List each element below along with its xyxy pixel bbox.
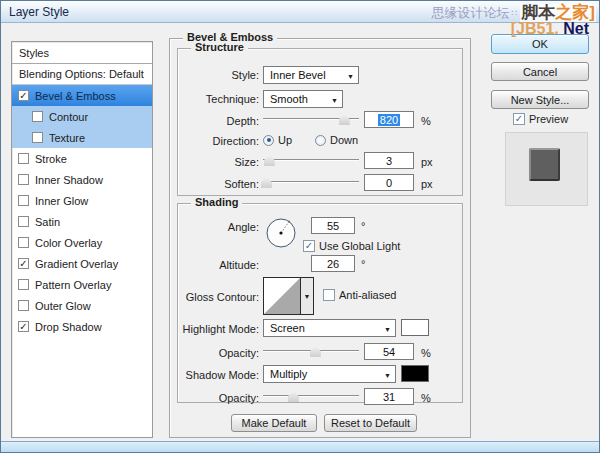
highlight-opacity-input[interactable]: 54 <box>364 343 414 360</box>
checkbox-drop-shadow[interactable] <box>18 321 29 332</box>
style-item-pattern-overlay[interactable]: Pattern Overlay <box>12 274 152 295</box>
soften-slider[interactable] <box>263 176 359 188</box>
style-item-color-overlay[interactable]: Color Overlay <box>12 232 152 253</box>
layer-style-dialog: Layer Style 思缘设计论坛 ∷ 脚本之家] [JB51. Net St… <box>0 0 600 453</box>
anti-aliased-checkbox[interactable]: Anti-aliased <box>323 289 396 301</box>
direction-label: Direction: <box>173 135 259 147</box>
window-bottom-frame <box>1 441 599 453</box>
style-item-outer-glow[interactable]: Outer Glow <box>12 295 152 316</box>
blending-options-item[interactable]: Blending Options: Default <box>12 64 152 85</box>
soften-slider-thumb[interactable] <box>261 177 272 188</box>
depth-slider-thumb[interactable] <box>339 114 350 125</box>
size-label: Size: <box>173 156 259 168</box>
checkbox-outer-glow[interactable] <box>18 300 29 311</box>
checkbox-inner-shadow[interactable] <box>18 174 29 185</box>
depth-label: Depth: <box>173 115 259 127</box>
watermark-net: Net <box>559 20 589 37</box>
style-item-texture[interactable]: Texture <box>12 127 152 148</box>
soften-input[interactable]: 0 <box>364 174 414 191</box>
checkbox-bevel-emboss[interactable] <box>18 90 29 101</box>
size-unit: px <box>421 156 433 168</box>
gloss-contour-label: Gloss Contour: <box>173 291 259 303</box>
size-slider-thumb[interactable] <box>264 155 275 166</box>
altitude-label: Altitude: <box>173 259 259 271</box>
shadow-opacity-input[interactable]: 31 <box>364 388 414 405</box>
angle-label: Angle: <box>173 221 259 233</box>
use-global-light-checkbox[interactable]: Use Global Light <box>303 240 400 252</box>
style-item-stroke[interactable]: Stroke <box>12 148 152 169</box>
angle-dial[interactable] <box>265 217 297 249</box>
size-slider[interactable] <box>263 154 359 166</box>
chevron-down-icon: ▼ <box>347 73 354 80</box>
make-default-button[interactable]: Make Default <box>231 414 317 432</box>
style-item-contour[interactable]: Contour <box>12 106 152 127</box>
shadow-opacity-unit: % <box>421 392 431 404</box>
shadow-mode-dropdown[interactable]: Multiply ▼ <box>263 365 396 383</box>
checkbox-box <box>303 240 315 252</box>
checkbox-inner-glow[interactable] <box>18 195 29 206</box>
style-item-satin[interactable]: Satin <box>12 211 152 232</box>
highlight-opacity-thumb[interactable] <box>310 346 321 357</box>
style-item-bevel-emboss[interactable]: Bevel & Emboss <box>12 85 152 106</box>
chevron-down-icon: ▼ <box>384 372 391 379</box>
structure-title: Structure <box>191 41 248 53</box>
styles-list: Styles Blending Options: Default Bevel &… <box>11 41 153 438</box>
highlight-opacity-label: Opacity: <box>173 347 259 359</box>
technique-label: Technique: <box>173 93 259 105</box>
reset-to-default-button[interactable]: Reset to Default <box>324 414 417 432</box>
bevel-emboss-panel: Bevel & Emboss Structure Style: Inner Be… <box>169 31 471 438</box>
depth-slider[interactable] <box>263 113 359 125</box>
depth-unit: % <box>421 115 431 127</box>
checkbox-contour[interactable] <box>32 111 43 122</box>
shadow-opacity-slider[interactable] <box>263 390 359 402</box>
direction-down-radio[interactable]: Down <box>315 134 358 146</box>
gloss-contour-picker[interactable]: ▼ <box>263 277 314 315</box>
watermark-jb51: JB51. <box>516 20 559 37</box>
checkbox-stroke[interactable] <box>18 153 29 164</box>
highlight-color-swatch[interactable] <box>401 319 429 336</box>
cancel-button[interactable]: Cancel <box>491 62 589 81</box>
styles-header[interactable]: Styles <box>12 42 152 64</box>
watermark-separator: ∷ <box>512 8 518 18</box>
effect-preview-thumbnail <box>505 132 588 206</box>
preview-checkbox[interactable]: Preview <box>513 113 568 125</box>
soften-unit: px <box>421 178 433 190</box>
style-item-drop-shadow[interactable]: Drop Shadow <box>12 316 152 337</box>
checkbox-texture[interactable] <box>32 132 43 143</box>
checkbox-box <box>323 289 335 301</box>
checkbox-gradient-overlay[interactable] <box>18 258 29 269</box>
technique-dropdown[interactable]: Smooth ▼ <box>263 90 343 108</box>
highlight-mode-dropdown[interactable]: Screen ▼ <box>263 319 396 337</box>
chevron-down-icon: ▼ <box>384 326 391 333</box>
style-item-gradient-overlay[interactable]: Gradient Overlay <box>12 253 152 274</box>
shadow-mode-label: Shadow Mode: <box>173 369 259 381</box>
style-dropdown[interactable]: Inner Bevel ▼ <box>263 66 359 84</box>
direction-up-radio[interactable]: Up <box>263 134 292 146</box>
window-title: Layer Style <box>9 5 69 19</box>
gloss-contour-thumbnail[interactable] <box>263 277 301 315</box>
size-input[interactable]: 3 <box>364 152 414 169</box>
checkbox-satin[interactable] <box>18 216 29 227</box>
watermark-forum-text: 思缘设计论坛 <box>432 4 510 22</box>
style-label: Style: <box>173 69 259 81</box>
radio-dot <box>263 135 274 146</box>
radio-dot <box>315 135 326 146</box>
depth-input[interactable]: 820 <box>364 111 414 128</box>
new-style-button[interactable]: New Style... <box>491 90 589 109</box>
altitude-input[interactable]: 26 <box>311 255 355 272</box>
shading-title: Shading <box>191 196 242 208</box>
checkbox-color-overlay[interactable] <box>18 237 29 248</box>
chevron-down-icon[interactable]: ▼ <box>301 277 314 315</box>
style-item-inner-shadow[interactable]: Inner Shadow <box>12 169 152 190</box>
highlight-opacity-slider[interactable] <box>263 345 359 357</box>
shadow-color-swatch[interactable] <box>401 365 429 382</box>
angle-input[interactable]: 55 <box>311 217 355 234</box>
highlight-opacity-unit: % <box>421 347 431 359</box>
shadow-opacity-thumb[interactable] <box>288 391 299 402</box>
highlight-mode-label: Highlight Mode: <box>173 323 259 335</box>
checkbox-box <box>513 113 525 125</box>
checkbox-pattern-overlay[interactable] <box>18 279 29 290</box>
style-item-inner-glow[interactable]: Inner Glow <box>12 190 152 211</box>
angle-unit: ° <box>361 220 365 232</box>
chevron-down-icon: ▼ <box>331 97 338 104</box>
